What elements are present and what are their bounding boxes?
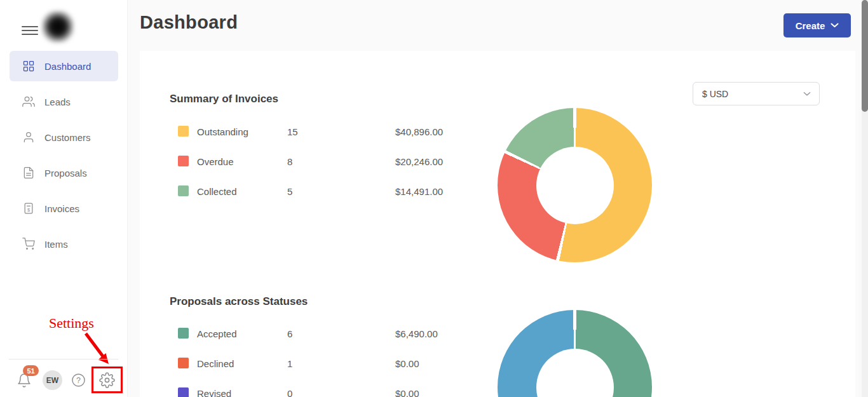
currency-selector[interactable]: $ USD [693,82,820,105]
legend-label: Revised [197,388,231,397]
sidebar-item-label: Customers [44,132,91,143]
sidebar: Dashboard Leads Customers [0,0,128,397]
legend-label: Accepted [197,328,237,339]
legend-amount: $6,490.00 [395,328,438,339]
currency-selector-value: $ USD [702,89,728,99]
document-icon [22,166,35,179]
grid-icon [22,60,35,72]
legend-label: Declined [197,358,234,369]
legend-label: Outstanding [197,126,248,137]
create-button-label: Create [796,20,825,31]
legend-swatch [178,387,189,397]
dashboard-card: $ USD Summary of Invoices Outstanding 15… [140,51,855,397]
legend-count: 5 [287,186,292,197]
proposals-donut-chart [498,310,652,397]
legend-amount: $0.00 [395,388,419,397]
legend-swatch [178,126,189,137]
scrollbar-track[interactable] [862,0,868,397]
legend-row: Accepted 6 $6,490.00 [178,328,508,339]
cart-icon [22,238,35,250]
notification-count-badge: 51 [23,365,39,376]
settings-annotation-label: Settings [49,315,94,332]
sidebar-item-label: Proposals [44,168,87,178]
legend-row: Outstanding 15 $40,896.00 [178,126,508,137]
sidebar-item-invoices[interactable]: $ Invoices [10,193,118,224]
help-button[interactable]: ? [71,373,86,387]
question-mark-icon: ? [71,373,86,387]
legend-amount: $0.00 [395,358,419,369]
legend-row: Collected 5 $14,491.00 [178,185,508,197]
legend-row: Revised 0 $0.00 [178,387,508,397]
legend-swatch [178,156,189,166]
section-title-summary-of-invoices: Summary of Invoices [170,93,278,105]
page-title: Dashboard [140,12,238,33]
legend-count: 0 [287,388,292,397]
legend-row: Overdue 8 $20,246.00 [178,156,508,167]
user-icon [22,131,35,144]
create-button[interactable]: Create [783,13,851,37]
legend-swatch [178,185,189,196]
donut-hole [536,147,614,224]
legend-count: 1 [287,358,292,369]
legend-row: Declined 1 $0.00 [178,358,508,369]
legend-label: Overdue [197,156,234,167]
donut-hole [536,349,614,397]
sidebar-item-label: Items [44,239,68,250]
app-logo[interactable] [42,11,74,43]
legend-amount: $40,896.00 [395,126,443,137]
invoice-dollar-icon: $ [22,202,35,215]
legend-count: 8 [287,156,292,167]
sidebar-bottom-bar: 51 EW ? [0,360,128,397]
legend-label: Collected [197,186,237,197]
chevron-down-icon [803,91,811,97]
sidebar-nav: Dashboard Leads Customers [0,51,128,264]
legend-amount: $14,491.00 [395,186,443,197]
sidebar-item-items[interactable]: Items [10,229,118,259]
chevron-down-icon [831,23,839,28]
sidebar-item-label: Invoices [44,203,79,214]
svg-text:?: ? [76,376,81,385]
section-title-proposals-across-statuses: Proposals across Statuses [170,295,308,308]
sidebar-item-dashboard[interactable]: Dashboard [10,51,118,81]
svg-text:$: $ [27,207,31,213]
legend-swatch [178,358,189,368]
sidebar-item-label: Dashboard [44,61,91,72]
legend-count: 6 [287,328,292,339]
legend-amount: $20,246.00 [395,156,443,167]
sidebar-item-customers[interactable]: Customers [10,122,118,152]
sidebar-item-leads[interactable]: Leads [10,86,118,117]
settings-highlight-box [92,367,123,393]
legend-swatch [178,328,189,339]
users-icon [22,95,35,108]
hamburger-menu-icon[interactable] [22,26,38,35]
scrollbar-thumb[interactable] [862,0,868,112]
legend-count: 15 [287,126,298,137]
sidebar-item-label: Leads [44,97,71,107]
sidebar-item-proposals[interactable]: Proposals [10,158,118,188]
user-avatar[interactable]: EW [43,370,62,390]
app-window: Dashboard Leads Customers [0,0,868,397]
invoices-donut-chart [498,108,652,262]
